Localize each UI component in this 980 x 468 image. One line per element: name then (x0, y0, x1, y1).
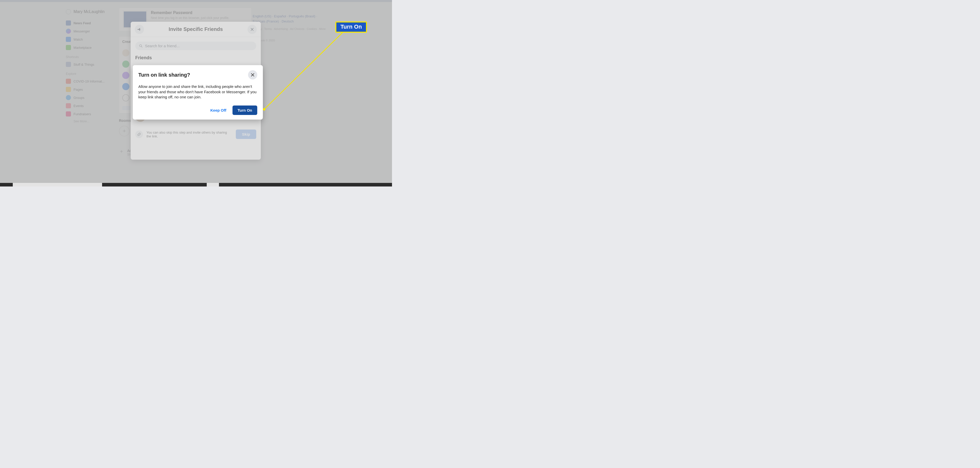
turn-on-button[interactable]: Turn On (232, 105, 257, 115)
viewport: Mary McLaughlin News Feed Messenger Watc… (0, 0, 392, 187)
taskbar-segment (219, 183, 392, 187)
confirm-header: Turn on link sharing? (138, 70, 257, 80)
confirm-body: Allow anyone to join and share the link,… (138, 84, 257, 100)
close-icon (250, 73, 255, 77)
taskbar-segment (102, 183, 207, 187)
confirm-title: Turn on link sharing? (138, 72, 190, 78)
taskbar-segment (13, 183, 102, 187)
link-sharing-confirm-modal: Turn on link sharing? Allow anyone to jo… (133, 65, 263, 120)
taskbar-segment (207, 183, 219, 187)
taskbar-segment (0, 183, 13, 187)
keep-off-button[interactable]: Keep Off (207, 105, 230, 115)
confirm-actions: Keep Off Turn On (138, 105, 257, 115)
confirm-close-button[interactable] (248, 70, 257, 80)
callout-label: Turn On (335, 21, 367, 33)
